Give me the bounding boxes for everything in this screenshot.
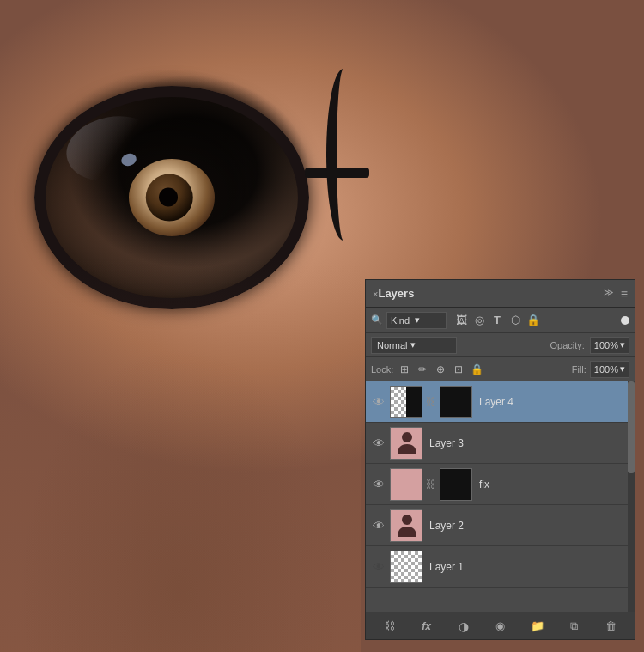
blend-mode-chevron-icon: ▾: [410, 339, 416, 350]
layer-visibility-toggle[interactable]: 👁: [371, 395, 386, 409]
kind-chevron-icon: ▾: [415, 314, 420, 326]
layer-name-label: fix: [479, 478, 489, 491]
layer-visibility-toggle[interactable]: 👁: [371, 519, 386, 533]
panel-toolbar: ⛓ fx ◑ ◉ 📁 ⧉ 🗑: [366, 612, 635, 639]
layer-row[interactable]: 👁 ⛓ Layer 4: [366, 381, 635, 423]
layer-row[interactable]: 👁 Layer 2: [366, 505, 635, 546]
image-filter-icon[interactable]: 🖼: [453, 314, 469, 326]
lock-transparency-icon[interactable]: ⊞: [397, 363, 412, 375]
person-silhouette: [394, 430, 420, 459]
lock-icons-group: ⊞ ✏ ⊕ ⊡ 🔒: [397, 363, 484, 375]
new-adjustment-icon[interactable]: ◉: [490, 619, 511, 632]
opacity-value-text: 100%: [594, 340, 618, 350]
layer-visibility-toggle[interactable]: 👁: [371, 478, 386, 491]
layer-thumbnail: [390, 386, 422, 418]
pink-bg: [391, 469, 422, 500]
layers-list: 👁 ⛓ Layer 4 👁 Layer 3: [366, 381, 635, 612]
kind-filter-row: 🔍 Kind ▾ 🖼 ◎ T ⬡ 🔒: [366, 308, 635, 333]
fill-chevron-icon: ▾: [620, 363, 625, 375]
beard-area: [17, 344, 343, 652]
panel-header: × Layers ≫ ≡: [366, 280, 635, 308]
new-layer-icon[interactable]: ⧉: [564, 619, 585, 633]
layer-row[interactable]: 👁 ⛓ fix: [366, 464, 635, 505]
layer-thumbnail: [390, 427, 422, 460]
layer-mask-thumbnail: [440, 386, 472, 418]
adjustment-filter-icon[interactable]: ◎: [471, 314, 487, 326]
fx-icon[interactable]: fx: [416, 620, 437, 632]
lock-artboard-icon[interactable]: ⊡: [451, 363, 466, 375]
layer-chain-icon[interactable]: ⛓: [426, 478, 436, 491]
glasses-right-partial: [326, 69, 361, 241]
layers-scrollbar[interactable]: [628, 381, 635, 612]
smart-filter-icon[interactable]: 🔒: [526, 314, 541, 326]
layers-panel: × Layers ≫ ≡ 🔍 Kind ▾ 🖼 ◎ T ⬡ 🔒 Normal ▾…: [365, 279, 635, 640]
layer-name-label: Layer 3: [429, 437, 464, 449]
checker-pattern: [391, 551, 422, 582]
fill-label: Fill:: [572, 364, 586, 375]
layer-thumbnail: [390, 468, 422, 501]
blend-mode-dropdown[interactable]: Normal ▾: [371, 337, 457, 354]
delete-layer-icon[interactable]: 🗑: [601, 619, 622, 632]
layer-name-label: Layer 4: [479, 396, 513, 408]
blend-mode-label: Normal: [377, 340, 407, 350]
lock-all-icon[interactable]: 🔒: [469, 363, 484, 375]
panel-title: Layers: [378, 287, 414, 300]
layer-thumbnail: [390, 551, 422, 583]
layer-name-label: Layer 1: [429, 561, 464, 573]
layer-visibility-toggle[interactable]: 👁: [371, 560, 386, 574]
new-group-icon[interactable]: 📁: [527, 619, 548, 632]
lock-label-text: Lock:: [371, 364, 393, 375]
svg-point-0: [402, 432, 412, 442]
layer-name-label: Layer 2: [429, 520, 464, 532]
panel-expand-icon[interactable]: ≫: [604, 287, 614, 301]
fill-input[interactable]: 100% ▾: [590, 361, 629, 378]
layer-mask-thumbnail: [440, 468, 472, 501]
kind-dropdown[interactable]: Kind ▾: [386, 312, 447, 329]
opacity-chevron-icon: ▾: [620, 339, 625, 350]
lock-row: Lock: ⊞ ✏ ⊕ ⊡ 🔒 Fill: 100% ▾: [366, 357, 635, 381]
add-mask-icon[interactable]: ◑: [453, 619, 474, 633]
link-layers-icon[interactable]: ⛓: [380, 619, 400, 632]
layer-visibility-toggle[interactable]: 👁: [371, 436, 386, 450]
svg-point-1: [402, 515, 412, 525]
black-area: [406, 387, 422, 417]
lock-position-icon[interactable]: ⊕: [433, 363, 448, 375]
kind-label: Kind: [391, 315, 410, 326]
type-filter-icon[interactable]: T: [489, 314, 505, 326]
filter-icons-group: 🖼 ◎ T ⬡ 🔒: [453, 314, 541, 326]
lock-pixels-icon[interactable]: ✏: [415, 363, 430, 375]
search-icon: 🔍: [371, 314, 383, 326]
layer-row[interactable]: 👁 Layer 3: [366, 423, 635, 464]
person-silhouette-2: [394, 512, 420, 541]
layer-chain-icon[interactable]: ⛓: [426, 396, 436, 408]
blend-mode-row: Normal ▾ Opacity: 100% ▾: [366, 333, 635, 357]
layer-row[interactable]: 👁 Layer 1: [366, 546, 635, 588]
fill-value-text: 100%: [594, 364, 618, 375]
layer-thumbnail: [390, 509, 422, 542]
scrollbar-thumb[interactable]: [628, 381, 635, 473]
opacity-label: Opacity:: [550, 340, 585, 350]
filter-active-dot: [621, 316, 629, 325]
panel-menu-button[interactable]: ≡: [621, 287, 628, 301]
shape-filter-icon[interactable]: ⬡: [507, 314, 523, 326]
opacity-input[interactable]: 100% ▾: [590, 337, 629, 354]
